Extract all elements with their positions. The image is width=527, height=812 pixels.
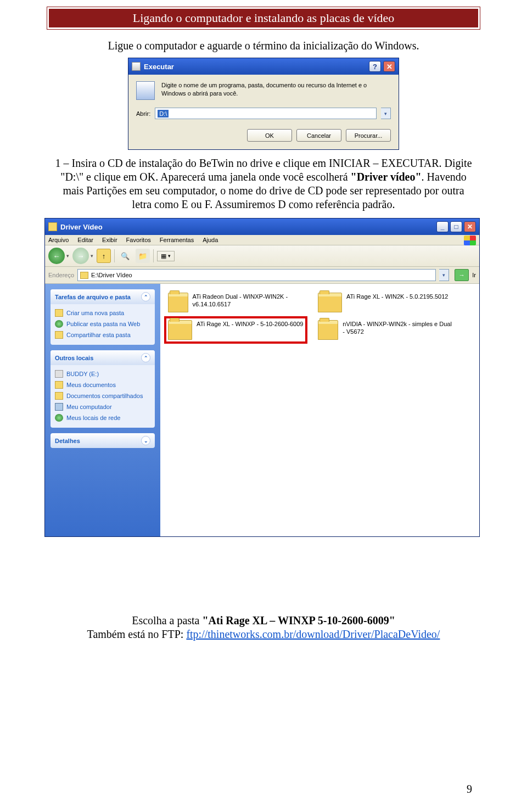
- task-share[interactable]: Compartilhar esta pasta: [55, 329, 150, 340]
- place-buddy[interactable]: BUDDY (E:): [55, 368, 150, 379]
- paragraph-1: 1 – Insira o CD de instalação do BeTwin …: [52, 156, 475, 211]
- cancel-button[interactable]: Cancelar: [296, 129, 341, 142]
- tasks-title: Tarefas de arquivo e pasta: [55, 294, 131, 300]
- menu-ajuda[interactable]: Ajuda: [203, 237, 218, 243]
- address-label: Endereço: [48, 272, 74, 278]
- help-button[interactable]: ?: [369, 61, 381, 72]
- shared-docs-icon: [55, 392, 63, 400]
- ftp-link[interactable]: ftp://thinetworks.com.br/download/Driver…: [186, 628, 440, 640]
- globe-icon: [55, 320, 63, 328]
- task-new-folder[interactable]: Criar uma nova pasta: [55, 307, 150, 318]
- folder-icon: [48, 222, 57, 231]
- footer-paragraph: Escolha a pasta "Ati Rage XL – WINXP 5-1…: [47, 614, 480, 641]
- run-dialog: Executar ? ✕ Digite o nome de um program…: [128, 58, 399, 150]
- tasks-panel: Tarefas de arquivo e pasta⌃ Criar uma no…: [51, 289, 155, 345]
- up-button[interactable]: ↑: [97, 249, 111, 263]
- forward-button[interactable]: →: [72, 248, 89, 264]
- run-title-text: Executar: [144, 63, 174, 71]
- folder-icon: [318, 320, 338, 340]
- address-input[interactable]: E:\Driver Vídeo: [77, 269, 436, 281]
- folder-icon: [168, 320, 192, 340]
- sidebar: Tarefas de arquivo e pasta⌃ Criar uma no…: [45, 284, 160, 536]
- back-button[interactable]: ←: [48, 248, 65, 264]
- place-network[interactable]: Meus locais de rede: [55, 412, 150, 423]
- menu-editar[interactable]: Editar: [77, 237, 93, 243]
- views-button[interactable]: ▦ ▾: [157, 251, 175, 261]
- page-number: 9: [467, 783, 472, 796]
- minimize-button[interactable]: _: [436, 221, 448, 232]
- page-title: Ligando o computador e instalando as pla…: [49, 9, 478, 27]
- explorer-title-text: Driver Vídeo: [60, 223, 103, 231]
- menu-arquivo[interactable]: Arquivo: [48, 237, 69, 243]
- address-folder-icon: [80, 272, 88, 279]
- go-button[interactable]: →: [455, 269, 469, 281]
- open-value: D:\: [158, 110, 169, 117]
- other-places-panel: Outros locais⌃ BUDDY (E:) Meus documento…: [51, 350, 155, 428]
- drive-icon: [55, 370, 63, 378]
- collapse-icon[interactable]: ⌃: [141, 292, 150, 301]
- close-button[interactable]: ✕: [383, 61, 395, 72]
- open-input[interactable]: D:\: [155, 108, 377, 119]
- place-my-computer[interactable]: Meu computador: [55, 401, 150, 412]
- go-label: Ir: [472, 272, 476, 278]
- address-value: E:\Driver Vídeo: [91, 272, 132, 278]
- address-dropdown[interactable]: ▾: [439, 269, 449, 281]
- menu-favoritos[interactable]: Favoritos: [126, 237, 151, 243]
- documents-icon: [55, 381, 63, 389]
- menu-ferramentas[interactable]: Ferramentas: [160, 237, 194, 243]
- details-title: Detalhes: [55, 438, 80, 444]
- share-icon: [55, 331, 63, 339]
- menu-exibir[interactable]: Exibir: [102, 237, 117, 243]
- place-shared-docs[interactable]: Documentos compartilhados: [55, 390, 150, 401]
- computer-icon: [55, 403, 63, 411]
- address-bar: Endereço E:\Driver Vídeo ▾ → Ir: [45, 267, 479, 284]
- other-places-title: Outros locais: [55, 355, 93, 361]
- new-folder-icon: [55, 309, 63, 317]
- browse-button[interactable]: Procurar...: [346, 129, 391, 142]
- run-description: Digite o nome de um programa, pasta, doc…: [161, 81, 391, 98]
- folder-ati-radeon-dual[interactable]: ATi Radeon Dual - WINXP-WIN2K - v6.14.10…: [166, 290, 306, 315]
- run-titlebar: Executar ? ✕: [128, 58, 399, 75]
- search-button[interactable]: 🔍: [118, 249, 132, 263]
- menu-bar: Arquivo Editar Exibir Favoritos Ferramen…: [45, 235, 479, 245]
- network-icon: [55, 414, 63, 422]
- open-dropdown[interactable]: ▾: [381, 108, 391, 119]
- details-panel: Detalhes⌄: [51, 433, 155, 448]
- run-icon: [132, 62, 141, 71]
- windows-flag-icon: [464, 236, 476, 245]
- collapse-icon[interactable]: ⌃: [141, 353, 150, 362]
- folder-contents: ATi Radeon Dual - WINXP-WIN2K - v6.14.10…: [160, 284, 479, 536]
- forward-dropdown[interactable]: ▾: [91, 253, 93, 259]
- toolbar: ←▾ →▾ ↑ 🔍 📁 ▦ ▾: [45, 245, 479, 267]
- folder-icon: [168, 293, 188, 312]
- expand-icon[interactable]: ⌄: [141, 436, 150, 445]
- task-publish-web[interactable]: Publicar esta pasta na Web: [55, 318, 150, 329]
- ok-button[interactable]: OK: [247, 129, 292, 142]
- explorer-window: Driver Vídeo _ □ ✕ Arquivo Editar Exibir…: [44, 218, 480, 537]
- place-my-documents[interactable]: Meus documentos: [55, 379, 150, 390]
- maximize-button[interactable]: □: [450, 221, 462, 232]
- folder-nvidia[interactable]: nVIDIA - WINXP-WIN2k - simples e Dual - …: [316, 318, 456, 342]
- back-dropdown[interactable]: ▾: [66, 253, 69, 259]
- run-large-icon: [136, 81, 155, 100]
- close-button[interactable]: ✕: [464, 221, 476, 232]
- folder-ati-rage-win2k[interactable]: ATi Rage XL - WIN2K - 5.0.2195.5012: [316, 290, 456, 315]
- explorer-titlebar: Driver Vídeo _ □ ✕: [45, 219, 479, 235]
- folder-ati-rage-winxp[interactable]: ATi Rage XL - WINXP - 5-10-2600-6009: [166, 318, 306, 342]
- open-label: Abrir:: [136, 110, 150, 117]
- header-frame: Ligando o computador e instalando as pla…: [47, 7, 480, 30]
- folders-button[interactable]: 📁: [136, 249, 150, 263]
- folder-icon: [318, 293, 342, 312]
- intro-text: Ligue o computador e aguarde o término d…: [47, 40, 480, 52]
